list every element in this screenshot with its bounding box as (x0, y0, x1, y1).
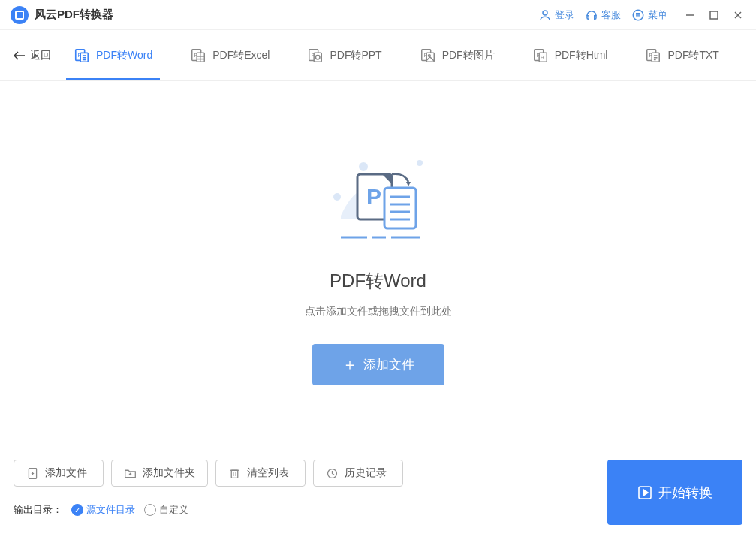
service-link[interactable]: 客服 (585, 8, 621, 22)
tab-pdf-to-image[interactable]: P PDF转图片 (420, 31, 495, 80)
back-label: 返回 (30, 49, 51, 62)
svg-rect-60 (231, 470, 238, 478)
bottom-bar: 添加文件 添加文件夹 清空列表 历史记录 输出目录： ✓ 源文件目录 自定义 开… (0, 448, 756, 534)
plus-icon: ＋ (342, 354, 357, 375)
svg-text:P: P (366, 184, 381, 209)
tab-label: PDF转图片 (442, 49, 495, 62)
trash-icon (228, 467, 241, 480)
pdf-txt-icon: P (645, 47, 661, 64)
radio-custom-dir[interactable]: 自定义 (144, 503, 188, 517)
pdf-word-icon: P (74, 47, 90, 64)
service-label: 客服 (601, 8, 621, 22)
back-button[interactable]: 返回 (14, 49, 51, 62)
user-icon (538, 8, 552, 22)
tabs-bar: 返回 P PDF转Word P PDF转Excel P PDF转PPT P PD… (0, 30, 756, 81)
svg-point-0 (543, 11, 547, 15)
arrow-left-icon (14, 50, 26, 61)
pdf-excel-icon: P (190, 47, 206, 64)
folder-plus-icon (124, 467, 137, 480)
app-logo (11, 6, 29, 24)
add-file-main-label: 添加文件 (363, 356, 414, 373)
radio-custom-label: 自定义 (159, 503, 188, 517)
clear-list-button[interactable]: 清空列表 (215, 460, 306, 487)
history-label: 历史记录 (345, 466, 387, 480)
close-button[interactable] (730, 8, 745, 23)
maximize-button[interactable] (706, 8, 721, 23)
add-file-button[interactable]: 添加文件 (14, 460, 104, 487)
svg-point-41 (417, 160, 423, 166)
tab-label: PDF转Excel (212, 49, 270, 62)
clock-icon (326, 467, 339, 480)
tab-label: PDF转Word (96, 49, 152, 62)
add-folder-label: 添加文件夹 (143, 466, 195, 480)
svg-rect-6 (710, 11, 718, 19)
svg-marker-66 (643, 490, 648, 496)
add-file-label: 添加文件 (45, 466, 87, 480)
add-file-main-button[interactable]: ＋ 添加文件 (312, 344, 444, 385)
menu-link[interactable]: 菜单 (631, 8, 667, 22)
tab-label: PDF转TXT (667, 49, 718, 62)
svg-rect-24 (315, 53, 322, 62)
menu-icon (631, 8, 645, 22)
tab-label: PDF转PPT (330, 49, 381, 62)
svg-rect-46 (384, 188, 416, 228)
start-convert-button[interactable]: 开始转换 (607, 460, 742, 525)
login-link[interactable]: 登录 (538, 8, 574, 22)
svg-marker-51 (406, 182, 411, 186)
headset-icon (585, 8, 598, 22)
pdf-ppt-icon: P (307, 47, 324, 64)
menu-label: 菜单 (648, 8, 667, 22)
pdf-illustration: P (311, 144, 446, 249)
svg-point-40 (359, 162, 368, 171)
minimize-button[interactable] (682, 8, 697, 23)
clear-list-label: 清空列表 (247, 466, 289, 480)
svg-text:H: H (541, 54, 544, 59)
login-label: 登录 (555, 8, 574, 22)
tab-pdf-to-excel[interactable]: P PDF转Excel (190, 31, 270, 80)
play-icon (637, 485, 652, 500)
page-hint: 点击添加文件或拖拽文件到此处 (305, 305, 452, 318)
output-label: 输出目录： (14, 503, 62, 517)
pdf-image-icon: P (420, 47, 436, 64)
history-button[interactable]: 历史记录 (313, 460, 403, 487)
radio-source-label: 源文件目录 (86, 503, 135, 517)
drop-area[interactable]: P PDF转Word 点击添加文件或拖拽文件到此处 ＋ 添加文件 (0, 81, 756, 448)
tab-pdf-to-ppt[interactable]: P PDF转PPT (307, 31, 381, 80)
tab-label: PDF转Html (555, 49, 608, 62)
app-title: 风云PDF转换器 (35, 8, 113, 22)
start-label: 开始转换 (658, 484, 712, 502)
add-folder-button[interactable]: 添加文件夹 (111, 460, 208, 487)
tab-pdf-to-word[interactable]: P PDF转Word (74, 31, 152, 80)
page-heading: PDF转Word (330, 269, 426, 293)
pdf-html-icon: PH (532, 47, 549, 64)
svg-point-42 (333, 193, 341, 201)
titlebar: 风云PDF转换器 登录 客服 菜单 (0, 0, 756, 30)
tab-pdf-to-html[interactable]: PH PDF转Html (532, 31, 608, 80)
radio-source-dir[interactable]: ✓ 源文件目录 (71, 503, 135, 517)
file-plus-icon (26, 467, 39, 480)
tab-pdf-to-txt[interactable]: P PDF转TXT (645, 31, 718, 80)
